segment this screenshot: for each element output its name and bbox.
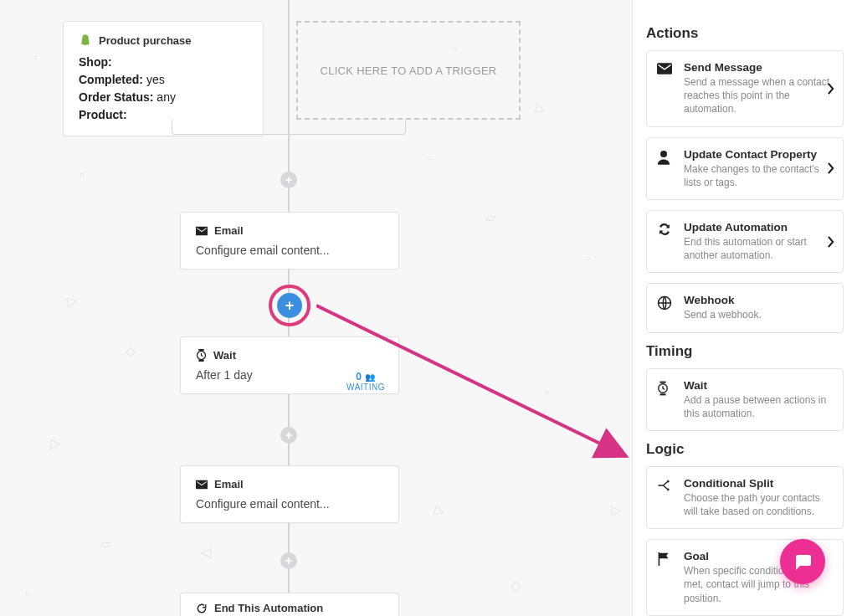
automation-canvas: ◦ ▫ ◇ ▷ ▱ ▫ ▷ ◦ ▱ ▫ ▷ ▷ ◁ ◇ ▷ ▫ ◦ Produc…: [0, 0, 632, 616]
mail-icon: [196, 226, 208, 236]
add-step-highlighted[interactable]: +: [269, 285, 310, 326]
split-icon: [657, 479, 674, 492]
watch-icon: [657, 381, 674, 396]
action-title: Update Contact Property: [684, 148, 833, 161]
chevron-right-icon: [827, 83, 834, 95]
flow-merge-bracket: [172, 120, 406, 135]
action-desc: Send a webhook.: [684, 308, 762, 321]
action-desc: End this automation or start another aut…: [684, 235, 833, 262]
email-node-2[interactable]: Email Configure email content...: [180, 465, 399, 523]
action-desc: Send a message when a contact reaches th…: [684, 75, 833, 116]
mail-icon: [657, 63, 674, 74]
globe-icon: [657, 295, 674, 311]
action-webhook[interactable]: Webhook Send a webhook.: [646, 283, 844, 332]
restart-icon: [196, 603, 208, 614]
mail-icon: [196, 480, 208, 490]
chevron-right-icon: [827, 162, 834, 174]
svg-rect-8: [660, 393, 666, 395]
sync-icon: [657, 223, 674, 236]
add-trigger-button[interactable]: CLICK HERE TO ADD A TRIGGER: [296, 21, 521, 120]
action-update-contact[interactable]: Update Contact Property Make changes to …: [646, 137, 844, 200]
watch-icon: [196, 349, 207, 362]
timing-wait[interactable]: Wait Add a pause between actions in this…: [646, 368, 844, 431]
action-title: Wait: [684, 379, 833, 392]
actions-sidebar: Actions Send Message Send a message when…: [632, 0, 857, 616]
email-node-body: Configure email content...: [196, 497, 383, 511]
svg-rect-7: [660, 381, 666, 382]
action-update-automation[interactable]: Update Automation End this automation or…: [646, 210, 844, 273]
wait-node-title: Wait: [213, 349, 236, 362]
email-node-1[interactable]: Email Configure email content...: [180, 212, 399, 270]
action-title: Conditional Split: [684, 477, 833, 490]
end-automation-node[interactable]: End This Automation: [180, 593, 399, 616]
svg-point-5: [660, 151, 667, 157]
action-title: Webhook: [684, 294, 762, 306]
help-fab[interactable]: [780, 539, 825, 584]
user-icon: [657, 150, 674, 165]
wait-node[interactable]: Wait After 1 day 0 👥 WAITING: [180, 336, 399, 394]
email-node-title: Email: [214, 478, 244, 490]
add-step-button[interactable]: +: [280, 427, 297, 444]
add-step-button[interactable]: +: [280, 552, 297, 569]
action-desc: Add a pause between actions in this auto…: [684, 393, 833, 420]
email-node-body: Configure email content...: [196, 244, 383, 257]
logic-conditional-split[interactable]: Conditional Split Choose the path your c…: [646, 466, 844, 529]
shopify-icon: [79, 33, 92, 47]
action-title: Send Message: [684, 61, 833, 74]
section-timing-label: Timing: [646, 343, 844, 360]
section-actions-label: Actions: [646, 25, 844, 42]
add-trigger-label: CLICK HERE TO ADD A TRIGGER: [320, 64, 496, 77]
email-node-title: Email: [214, 224, 244, 237]
add-step-button[interactable]: +: [280, 172, 297, 188]
wait-waiting-badge: 0 👥 WAITING: [346, 371, 385, 392]
chevron-right-icon: [827, 236, 834, 248]
action-desc: Choose the path your contacts will take …: [684, 491, 833, 518]
plus-icon: +: [277, 293, 302, 318]
action-send-message[interactable]: Send Message Send a message when a conta…: [646, 50, 844, 127]
flag-icon: [657, 552, 674, 567]
chat-icon: [793, 552, 813, 572]
action-title: Update Automation: [684, 221, 833, 234]
end-node-title: End This Automation: [214, 602, 323, 614]
section-logic-label: Logic: [646, 441, 844, 458]
trigger-node-title: Product purchase: [99, 34, 192, 47]
action-desc: Make changes to the contact's lists or t…: [684, 162, 833, 189]
